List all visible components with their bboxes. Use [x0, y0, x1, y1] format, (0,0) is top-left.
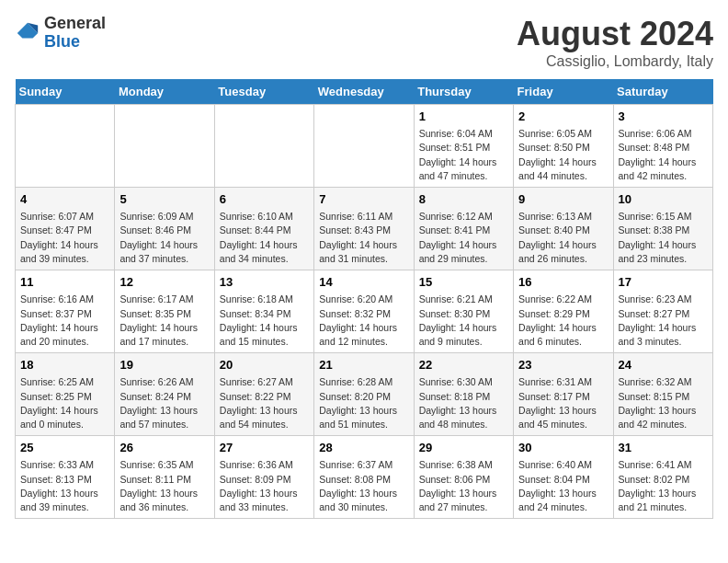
day-number: 7	[319, 191, 408, 208]
day-cell: 19Sunrise: 6:26 AM Sunset: 8:24 PM Dayli…	[115, 353, 214, 436]
day-info: Sunrise: 6:06 AM Sunset: 8:48 PM Dayligh…	[619, 127, 708, 183]
day-cell: 2Sunrise: 6:05 AM Sunset: 8:50 PM Daylig…	[514, 105, 613, 188]
day-info: Sunrise: 6:13 AM Sunset: 8:40 PM Dayligh…	[518, 210, 608, 266]
day-number: 2	[518, 109, 608, 125]
day-info: Sunrise: 6:25 AM Sunset: 8:25 PM Dayligh…	[20, 375, 109, 431]
day-number: 30	[518, 440, 608, 456]
day-info: Sunrise: 6:17 AM Sunset: 8:35 PM Dayligh…	[119, 293, 209, 349]
day-number: 19	[119, 357, 209, 373]
logo-text: General Blue	[44, 15, 106, 52]
day-number: 29	[419, 440, 508, 456]
day-info: Sunrise: 6:12 AM Sunset: 8:41 PM Dayligh…	[419, 210, 508, 266]
day-info: Sunrise: 6:35 AM Sunset: 8:11 PM Dayligh…	[119, 458, 209, 514]
day-cell	[314, 105, 414, 188]
day-cell	[214, 105, 313, 188]
day-cell: 9Sunrise: 6:13 AM Sunset: 8:40 PM Daylig…	[514, 188, 613, 270]
day-number: 17	[619, 274, 708, 291]
header-cell-monday: Monday	[115, 79, 214, 105]
week-row-4: 18Sunrise: 6:25 AM Sunset: 8:25 PM Dayli…	[16, 353, 713, 436]
day-info: Sunrise: 6:32 AM Sunset: 8:15 PM Dayligh…	[619, 375, 708, 431]
day-number: 28	[319, 440, 408, 456]
day-cell: 4Sunrise: 6:07 AM Sunset: 8:47 PM Daylig…	[16, 188, 115, 270]
day-number: 4	[20, 191, 109, 208]
header-cell-saturday: Saturday	[613, 79, 712, 105]
day-number: 26	[119, 440, 209, 456]
week-row-5: 25Sunrise: 6:33 AM Sunset: 8:13 PM Dayli…	[16, 436, 713, 519]
day-info: Sunrise: 6:16 AM Sunset: 8:37 PM Dayligh…	[20, 293, 109, 349]
day-number: 13	[220, 274, 309, 291]
day-info: Sunrise: 6:31 AM Sunset: 8:17 PM Dayligh…	[518, 375, 608, 431]
day-cell: 25Sunrise: 6:33 AM Sunset: 8:13 PM Dayli…	[16, 436, 115, 519]
header-cell-wednesday: Wednesday	[314, 79, 414, 105]
day-number: 6	[220, 191, 309, 208]
calendar-table: SundayMondayTuesdayWednesdayThursdayFrid…	[15, 79, 713, 519]
day-number: 15	[419, 274, 508, 291]
day-cell: 31Sunrise: 6:41 AM Sunset: 8:02 PM Dayli…	[613, 436, 712, 519]
day-number: 10	[619, 191, 708, 208]
day-cell	[115, 105, 214, 188]
day-cell: 24Sunrise: 6:32 AM Sunset: 8:15 PM Dayli…	[613, 353, 712, 436]
day-cell: 17Sunrise: 6:23 AM Sunset: 8:27 PM Dayli…	[613, 270, 712, 353]
day-cell: 22Sunrise: 6:30 AM Sunset: 8:18 PM Dayli…	[414, 353, 513, 436]
week-row-1: 1Sunrise: 6:04 AM Sunset: 8:51 PM Daylig…	[16, 105, 713, 188]
day-cell: 7Sunrise: 6:11 AM Sunset: 8:43 PM Daylig…	[314, 188, 414, 270]
day-number: 23	[518, 357, 608, 373]
day-info: Sunrise: 6:36 AM Sunset: 8:09 PM Dayligh…	[220, 458, 309, 514]
day-cell: 21Sunrise: 6:28 AM Sunset: 8:20 PM Dayli…	[314, 353, 414, 436]
subtitle: Cassiglio, Lombardy, Italy	[517, 53, 713, 70]
main-title: August 2024	[517, 15, 713, 53]
day-cell: 15Sunrise: 6:21 AM Sunset: 8:30 PM Dayli…	[414, 270, 513, 353]
day-number: 20	[220, 357, 309, 373]
day-cell: 12Sunrise: 6:17 AM Sunset: 8:35 PM Dayli…	[115, 270, 214, 353]
day-number: 24	[619, 357, 708, 373]
page-header: General Blue August 2024 Cassiglio, Lomb…	[15, 15, 713, 70]
day-cell: 29Sunrise: 6:38 AM Sunset: 8:06 PM Dayli…	[414, 436, 513, 519]
day-info: Sunrise: 6:37 AM Sunset: 8:08 PM Dayligh…	[319, 458, 408, 514]
day-number: 14	[319, 274, 408, 291]
day-cell: 5Sunrise: 6:09 AM Sunset: 8:46 PM Daylig…	[115, 188, 214, 270]
day-number: 5	[119, 191, 209, 208]
day-number: 18	[20, 357, 109, 373]
day-cell: 14Sunrise: 6:20 AM Sunset: 8:32 PM Dayli…	[314, 270, 414, 353]
day-info: Sunrise: 6:15 AM Sunset: 8:38 PM Dayligh…	[619, 210, 708, 266]
day-info: Sunrise: 6:18 AM Sunset: 8:34 PM Dayligh…	[220, 293, 309, 349]
title-block: August 2024 Cassiglio, Lombardy, Italy	[517, 15, 713, 70]
day-number: 21	[319, 357, 408, 373]
day-info: Sunrise: 6:26 AM Sunset: 8:24 PM Dayligh…	[119, 375, 209, 431]
day-info: Sunrise: 6:27 AM Sunset: 8:22 PM Dayligh…	[220, 375, 309, 431]
day-number: 27	[220, 440, 309, 456]
day-info: Sunrise: 6:28 AM Sunset: 8:20 PM Dayligh…	[319, 375, 408, 431]
day-cell: 20Sunrise: 6:27 AM Sunset: 8:22 PM Dayli…	[214, 353, 313, 436]
day-number: 9	[518, 191, 608, 208]
week-row-3: 11Sunrise: 6:16 AM Sunset: 8:37 PM Dayli…	[16, 270, 713, 353]
day-cell: 26Sunrise: 6:35 AM Sunset: 8:11 PM Dayli…	[115, 436, 214, 519]
day-info: Sunrise: 6:10 AM Sunset: 8:44 PM Dayligh…	[220, 210, 309, 266]
logo: General Blue	[15, 15, 106, 52]
day-cell: 27Sunrise: 6:36 AM Sunset: 8:09 PM Dayli…	[214, 436, 313, 519]
day-info: Sunrise: 6:21 AM Sunset: 8:30 PM Dayligh…	[419, 293, 508, 349]
day-info: Sunrise: 6:04 AM Sunset: 8:51 PM Dayligh…	[419, 127, 508, 183]
header-cell-tuesday: Tuesday	[214, 79, 313, 105]
day-info: Sunrise: 6:07 AM Sunset: 8:47 PM Dayligh…	[20, 210, 109, 266]
header-cell-thursday: Thursday	[414, 79, 513, 105]
day-info: Sunrise: 6:22 AM Sunset: 8:29 PM Dayligh…	[518, 293, 608, 349]
day-info: Sunrise: 6:40 AM Sunset: 8:04 PM Dayligh…	[518, 458, 608, 514]
day-number: 8	[419, 191, 508, 208]
day-cell: 28Sunrise: 6:37 AM Sunset: 8:08 PM Dayli…	[314, 436, 414, 519]
week-row-2: 4Sunrise: 6:07 AM Sunset: 8:47 PM Daylig…	[16, 188, 713, 270]
day-cell	[16, 105, 115, 188]
day-cell: 8Sunrise: 6:12 AM Sunset: 8:41 PM Daylig…	[414, 188, 513, 270]
day-number: 22	[419, 357, 508, 373]
day-info: Sunrise: 6:41 AM Sunset: 8:02 PM Dayligh…	[619, 458, 708, 514]
day-number: 3	[619, 109, 708, 125]
day-number: 16	[518, 274, 608, 291]
day-cell: 1Sunrise: 6:04 AM Sunset: 8:51 PM Daylig…	[414, 105, 513, 188]
day-cell: 11Sunrise: 6:16 AM Sunset: 8:37 PM Dayli…	[16, 270, 115, 353]
day-number: 12	[119, 274, 209, 291]
day-cell: 23Sunrise: 6:31 AM Sunset: 8:17 PM Dayli…	[514, 353, 613, 436]
day-info: Sunrise: 6:33 AM Sunset: 8:13 PM Dayligh…	[20, 458, 109, 514]
day-number: 31	[619, 440, 708, 456]
day-cell: 13Sunrise: 6:18 AM Sunset: 8:34 PM Dayli…	[214, 270, 313, 353]
day-cell: 6Sunrise: 6:10 AM Sunset: 8:44 PM Daylig…	[214, 188, 313, 270]
day-info: Sunrise: 6:30 AM Sunset: 8:18 PM Dayligh…	[419, 375, 508, 431]
